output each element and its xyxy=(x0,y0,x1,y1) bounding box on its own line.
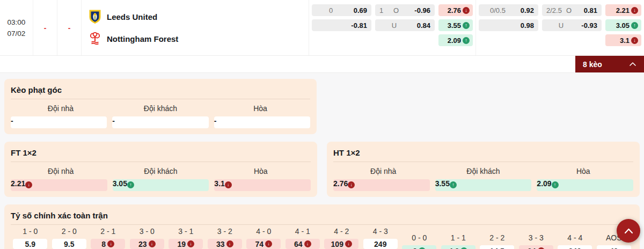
score-column: 4 - 4249 xyxy=(555,227,595,249)
score-label: 3 - 3 xyxy=(529,233,544,242)
score-odds[interactable]: 49 xyxy=(597,245,631,249)
trend-arrow-icon xyxy=(225,181,232,188)
hdp-odds-away[interactable]: 0.98 xyxy=(479,19,538,31)
score-odds[interactable]: 94 xyxy=(519,245,553,249)
trend-arrow-icon xyxy=(265,240,272,247)
corner-draw-odds[interactable]: - xyxy=(214,116,310,128)
trend-arrow-icon xyxy=(348,181,355,188)
trend-arrow-icon xyxy=(107,240,114,247)
x12-odds-away[interactable]: 3.05 xyxy=(605,19,641,31)
match-date: 07/02 xyxy=(8,30,26,38)
score-label: 0 - 0 xyxy=(412,233,427,242)
ou-odds-under[interactable]: U -0.93 xyxy=(542,19,602,31)
match-time-column: 03:00 07/02 xyxy=(0,0,33,55)
hdp-odds-away[interactable]: -0.81 xyxy=(312,19,371,31)
trend-arrow-icon xyxy=(463,7,470,14)
score-odds-top[interactable]: 19 xyxy=(169,239,203,249)
leeds-united-logo-icon xyxy=(89,10,101,24)
score-label: 3 - 2 xyxy=(217,227,232,236)
hdp-odds-home[interactable]: 0/0.5 0.92 xyxy=(479,4,538,16)
trend-arrow-icon xyxy=(25,181,32,188)
x12-odds-home[interactable]: 2.21 xyxy=(605,4,641,16)
ft-card-title: FT 1×2 xyxy=(11,147,311,162)
teams-column: Leeds United Nottingham Forest xyxy=(82,0,309,55)
scroll-to-top-button[interactable] xyxy=(617,219,640,243)
score-odds-top[interactable]: 64 xyxy=(286,239,320,249)
home-column-header: Đội nhà xyxy=(11,167,111,175)
ou-line: 2/2.5 xyxy=(546,6,562,14)
x12-odds-home[interactable]: 2.76 xyxy=(438,4,473,16)
ht-home-odds[interactable]: 2.76 xyxy=(333,179,430,191)
score-label: 4 - 1 xyxy=(295,227,310,236)
x12-odds-draw[interactable]: 3.1 xyxy=(605,34,641,46)
score-odds-top[interactable]: 9.5 xyxy=(52,239,86,249)
ft-home-odds[interactable]: 2.21 xyxy=(11,179,107,191)
x12-odds-away[interactable]: 3.55 xyxy=(438,19,473,31)
odds-group-1: 0 0.69 1 O -0.96 2.76 -0.81 U 0.84 3.55 xyxy=(309,0,475,55)
trend-arrow-icon xyxy=(226,240,233,247)
ht-away-odds[interactable]: 3.55 xyxy=(435,179,532,191)
score-odds[interactable]: 8 xyxy=(402,245,436,249)
trend-arrow-icon xyxy=(631,7,638,14)
score-column: 1 - 14.9 xyxy=(439,227,478,249)
x12-odds-draw[interactable]: 2.09 xyxy=(438,34,473,46)
exact-score-title: Tỷ số chính xác toàn trận xyxy=(11,209,633,225)
ht-draw-odds[interactable]: 2.09 xyxy=(537,179,633,191)
home-score: - xyxy=(33,0,57,55)
score-odds[interactable]: 14.5 xyxy=(480,245,514,249)
corner-home-odds[interactable]: - xyxy=(11,116,107,128)
ou-odds-over[interactable]: 2/2.5 O 0.81 xyxy=(542,4,602,16)
score-column: 3 - 11931 xyxy=(166,227,206,249)
score-column: 4 - 2109169 xyxy=(322,227,361,249)
main-content: Kèo phạt góc Đội nhà Đội khách Hòa - - -… xyxy=(0,73,644,249)
score-column: 3 - 02345 xyxy=(128,227,167,249)
score-odds-top[interactable]: 33 xyxy=(208,239,242,249)
exact-score-card: Tỷ số chính xác toàn trận 1 - 05.97.42 -… xyxy=(4,204,640,249)
score-odds-top[interactable]: 8 xyxy=(91,239,125,249)
draw-column-header: Hòa xyxy=(533,167,633,175)
ou-odds-over[interactable]: 1 O -0.96 xyxy=(375,4,435,16)
trend-arrow-icon xyxy=(552,181,559,188)
keo-toggle-button[interactable]: 8 kèo xyxy=(575,56,644,72)
ou-odds-under[interactable]: U 0.84 xyxy=(375,19,435,31)
odds-area: 0 0.69 1 O -0.96 2.76 -0.81 U 0.84 3.55 xyxy=(309,0,644,55)
corner-away-odds[interactable]: - xyxy=(112,116,208,128)
score-label: 4 - 4 xyxy=(567,233,582,242)
score-column: 4 - 164119 xyxy=(283,227,323,249)
hdp-odds-home[interactable]: 0 0.69 xyxy=(312,4,371,16)
hdp-line: 0/0.5 xyxy=(483,6,513,14)
home-team-name: Leeds United xyxy=(107,12,157,21)
score-odds-top[interactable]: 74 xyxy=(246,239,281,249)
score-column: 0 - 08 xyxy=(400,227,439,249)
away-team-row[interactable]: Nottingham Forest xyxy=(89,32,309,46)
trend-arrow-icon xyxy=(463,37,470,44)
score-label: 4 - 0 xyxy=(256,227,271,236)
score-column: 2 - 214.5 xyxy=(478,227,517,249)
score-odds[interactable]: 4.9 xyxy=(441,245,475,249)
nottingham-forest-logo-icon xyxy=(89,32,101,46)
home-team-row[interactable]: Leeds United xyxy=(89,10,309,24)
score-column: 2 - 1810 xyxy=(89,227,128,249)
score-odds-top[interactable]: 5.9 xyxy=(13,239,47,249)
odds-group-2: 0/0.5 0.92 2/2.5 O 0.81 2.21 0.98 U -0.9… xyxy=(475,0,644,55)
score-label: 2 - 2 xyxy=(489,233,504,242)
score-odds[interactable]: 249 xyxy=(558,245,592,249)
corner-card-values: - - - xyxy=(11,116,310,128)
ft-away-odds[interactable]: 3.05 xyxy=(113,179,209,191)
chevron-up-icon xyxy=(624,228,633,234)
trend-arrow-icon xyxy=(450,181,457,188)
ft-draw-odds[interactable]: 3.1 xyxy=(214,179,311,191)
score-odds-top[interactable]: 23 xyxy=(130,239,164,249)
match-row: 03:00 07/02 - - Leeds United xyxy=(0,0,644,56)
score-odds-top[interactable]: 109 xyxy=(324,239,358,249)
score-odds-top[interactable]: 249 xyxy=(363,239,398,249)
keo-strip: 8 kèo xyxy=(0,56,644,73)
home-column-header: Đội nhà xyxy=(11,104,111,113)
trend-arrow-icon xyxy=(187,240,194,247)
trend-arrow-icon xyxy=(631,22,638,29)
score-label: 4 - 2 xyxy=(334,227,349,236)
away-column-header: Đội khách xyxy=(111,104,210,113)
score-label: 4 - 3 xyxy=(373,227,388,236)
home-column-header: Đội nhà xyxy=(333,167,433,175)
ht-1x2-card: HT 1×2 Đội nhà Đội khách Hòa 2.76 3.55 2… xyxy=(327,142,640,197)
